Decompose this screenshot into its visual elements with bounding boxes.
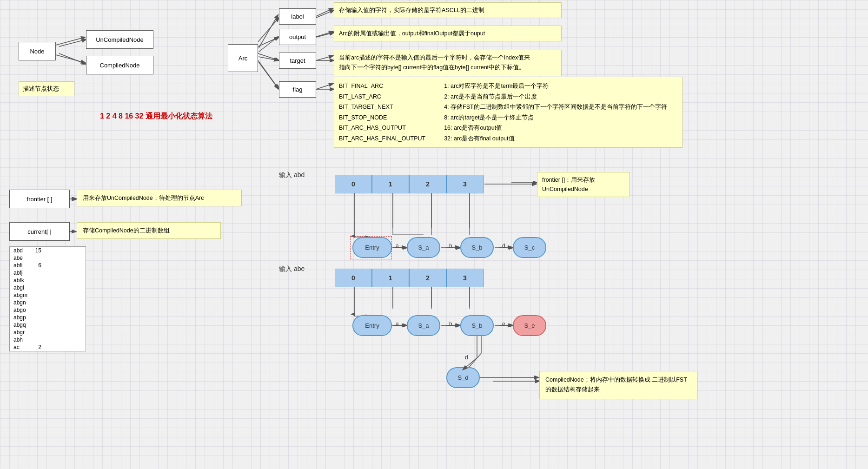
arc-box: Arc	[228, 44, 258, 72]
uncompiled-node-box: UnCompiledNode	[86, 30, 153, 49]
array-cell2-3: 3	[446, 269, 484, 287]
node-desc-note: 描述节点状态	[19, 81, 74, 96]
table-word-cell: ac	[10, 343, 31, 351]
diagram2-entry: Entry	[352, 315, 392, 336]
diagram2-se: S_e	[513, 315, 546, 336]
edge-label-a1: a	[396, 243, 399, 249]
table-word-cell: abfk	[10, 277, 31, 284]
node-box: Node	[19, 42, 56, 60]
svg-line-42	[316, 56, 333, 60]
table-value-cell	[31, 277, 45, 284]
edge-label-e2: e	[502, 321, 505, 327]
target-note: 当前arc描述的字符不是输入值的最后一个字符时，会存储一个index值来指向下一…	[334, 50, 562, 76]
table-word-cell: abd	[10, 247, 31, 254]
svg-line-1	[59, 53, 86, 64]
svg-line-39	[258, 62, 278, 88]
svg-line-43	[316, 84, 333, 89]
svg-line-6	[316, 10, 334, 18]
array-cell-1: 1	[372, 175, 409, 193]
output-box: output	[279, 29, 316, 45]
current-box: current[ ]	[9, 222, 70, 241]
table-value-cell: 15	[31, 247, 45, 254]
table-row: abfj	[10, 269, 45, 277]
table-row: abgm	[10, 291, 45, 299]
diagram1-sb: S_b	[460, 237, 494, 258]
svg-line-0	[59, 40, 86, 46]
compiled-desc-note: CompiledNode：将内存中的数据转换成 二进制以FST的数据结构存储起来	[539, 371, 697, 399]
diagram2-sb: S_b	[460, 315, 494, 336]
table-row: abfk	[10, 277, 45, 284]
table-word-cell: abgn	[10, 299, 31, 306]
diagram2-sd: S_d	[446, 367, 480, 388]
table-value-cell	[31, 314, 45, 321]
svg-line-2	[258, 18, 279, 42]
table-value-cell	[31, 306, 45, 314]
entry-selection-box	[350, 236, 392, 259]
array-cell-3: 3	[446, 175, 484, 193]
svg-line-34	[56, 37, 85, 45]
table-word-cell: abgr	[10, 329, 31, 336]
svg-line-37	[258, 37, 278, 52]
edge-label-a2: a	[396, 321, 399, 327]
table-word-cell: abgo	[10, 306, 31, 314]
table-row: abgl	[10, 284, 45, 291]
svg-line-4	[258, 53, 279, 60]
edge-label-b2: b	[449, 321, 452, 327]
table-word-cell: abfi	[10, 262, 31, 269]
frontier-box: frontier [ ]	[9, 190, 70, 208]
array-cell-2: 2	[409, 175, 446, 193]
diagram1-label: 输入 abd	[279, 171, 305, 179]
table-row: abh	[10, 336, 45, 343]
edge-label-b1: b	[449, 243, 452, 249]
flag-note: BIT_FINAL_ARC BIT_LAST_ARC BIT_TARGET_NE…	[334, 77, 682, 148]
table-value-cell	[31, 254, 45, 262]
diagram2-array: 0 1 2 3	[335, 269, 484, 287]
table-row: abd15	[10, 247, 45, 254]
array-cell2-2: 2	[409, 269, 446, 287]
svg-line-38	[258, 57, 278, 60]
current-note: 存储CompiledNode的二进制数组	[77, 222, 221, 239]
target-box: target	[279, 53, 316, 69]
table-value-cell	[31, 299, 45, 306]
table-word-cell: abgl	[10, 284, 31, 291]
table-value-cell: 2	[31, 343, 45, 351]
table-value-cell	[31, 336, 45, 343]
table-row: abgo	[10, 306, 45, 314]
frontier-note: 用来存放UnCompiledNode，待处理的节点Arc	[77, 190, 242, 206]
diagram1-sa: S_a	[407, 237, 440, 258]
table-value-cell: 6	[31, 262, 45, 269]
table-word-cell: abgm	[10, 291, 31, 299]
diagram2-label: 输入 abe	[279, 265, 305, 273]
label-box: label	[279, 8, 316, 25]
array-cell-0: 0	[335, 175, 372, 193]
table-word-cell: abfj	[10, 269, 31, 277]
table-row: abgn	[10, 299, 45, 306]
diagram2-sa: S_a	[407, 315, 440, 336]
table-word-cell: abe	[10, 254, 31, 262]
flag-box: flag	[279, 81, 316, 98]
canvas: Node UnCompiledNode CompiledNode 描述节点状态 …	[0, 0, 868, 469]
word-table-content: abd15abeabfi6abfjabfkabglabgmabgnabgoabg…	[10, 247, 45, 351]
table-row: abgp	[10, 314, 45, 321]
table-word-cell: abh	[10, 336, 31, 343]
table-row: abfi6	[10, 262, 45, 269]
algorithm-title: 1 2 4 8 16 32 通用最小化状态算法	[100, 112, 212, 121]
edge-label-d1: d	[502, 243, 505, 249]
table-word-cell: abgq	[10, 321, 31, 329]
svg-line-41	[316, 32, 333, 37]
table-value-cell	[31, 329, 45, 336]
table-row: abgr	[10, 329, 45, 336]
svg-line-36	[258, 15, 278, 48]
table-row: ac2	[10, 343, 45, 351]
diagram1-sc: S_c	[513, 237, 546, 258]
label-note: 存储输入值的字符，实际存储的是字符ASCLL的二进制	[334, 2, 562, 18]
diagram1-frontier-note: frontier []：用来存放 UnCompiledNode	[537, 172, 630, 197]
array-cell2-0: 0	[335, 269, 372, 287]
table-value-cell	[31, 269, 45, 277]
table-word-cell: abgp	[10, 314, 31, 321]
svg-line-40	[316, 8, 333, 16]
svg-line-35	[56, 55, 85, 63]
compiled-node-box: CompiledNode	[86, 56, 153, 74]
svg-line-7	[316, 33, 334, 37]
array-cell2-1: 1	[372, 269, 409, 287]
